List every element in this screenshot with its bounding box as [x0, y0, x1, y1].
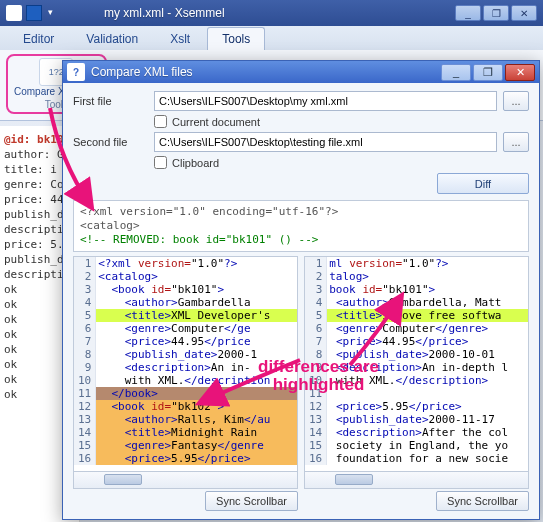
- tab-tools[interactable]: Tools: [207, 27, 265, 50]
- code-line[interactable]: <genre>Fantasy</genre: [96, 439, 297, 452]
- minimize-button[interactable]: _: [455, 5, 481, 21]
- left-pane: 12345678910111213141516 <?xml version="1…: [73, 256, 298, 511]
- code-line[interactable]: <description>An in-: [96, 361, 297, 374]
- right-pane: 12345678910111213141516 ml version="1.0"…: [304, 256, 529, 511]
- first-file-label: First file: [73, 95, 148, 107]
- diff-button[interactable]: Diff: [437, 173, 529, 194]
- dialog-maximize-button[interactable]: ❐: [473, 64, 503, 81]
- code-line[interactable]: </book>: [96, 387, 297, 400]
- code-line[interactable]: <description>An in-depth l: [327, 361, 528, 374]
- first-file-browse-button[interactable]: ...: [503, 91, 529, 111]
- dialog-title-bar[interactable]: ? Compare XML files _ ❐ ✕: [63, 61, 539, 83]
- doc-icon: [6, 5, 22, 21]
- code-line[interactable]: <book id="bk101">: [96, 283, 297, 296]
- code-line[interactable]: with XML.</description: [96, 374, 297, 387]
- tab-validation[interactable]: Validation: [71, 27, 153, 50]
- ribbon-tabs: EditorValidationXsltTools: [0, 26, 543, 50]
- dialog-close-button[interactable]: ✕: [505, 64, 535, 81]
- right-hscrollbar[interactable]: [304, 472, 529, 489]
- dialog-title: Compare XML files: [91, 65, 193, 79]
- title-bar: ▾ my xml.xml - Xsemmel _ ❐ ✕: [0, 0, 543, 26]
- code-line[interactable]: <title>i love free softwa: [327, 309, 528, 322]
- tab-editor[interactable]: Editor: [8, 27, 69, 50]
- code-line[interactable]: book id="bk101">: [327, 283, 528, 296]
- left-sync-scrollbar-button[interactable]: Sync Scrollbar: [205, 491, 298, 511]
- code-line[interactable]: <title>XML Developer's: [96, 309, 297, 322]
- code-line[interactable]: <author>Ralls, Kim</au: [96, 413, 297, 426]
- code-line[interactable]: [327, 387, 528, 400]
- current-document-label: Current document: [172, 116, 260, 128]
- code-line[interactable]: with XML.</description>: [327, 374, 528, 387]
- second-file-label: Second file: [73, 136, 148, 148]
- code-line[interactable]: ml version="1.0"?>: [327, 257, 528, 270]
- clipboard-checkbox[interactable]: [154, 156, 167, 169]
- dialog-body: First file ... Current document Second f…: [63, 83, 539, 519]
- code-line[interactable]: <price>5.95</price>: [96, 452, 297, 465]
- maximize-button[interactable]: ❐: [483, 5, 509, 21]
- code-line[interactable]: <description>After the col: [327, 426, 528, 439]
- code-line[interactable]: <author>Gambardella, Matt: [327, 296, 528, 309]
- window-title: my xml.xml - Xsemmel: [104, 6, 225, 20]
- second-file-browse-button[interactable]: ...: [503, 132, 529, 152]
- left-code-view[interactable]: 12345678910111213141516 <?xml version="1…: [73, 256, 298, 472]
- dialog-minimize-button[interactable]: _: [441, 64, 471, 81]
- code-line[interactable]: <catalog>: [96, 270, 297, 283]
- code-line[interactable]: <publish_date>2000-1: [96, 348, 297, 361]
- code-line[interactable]: talog>: [327, 270, 528, 283]
- tab-xslt[interactable]: Xslt: [155, 27, 205, 50]
- code-line[interactable]: <?xml version="1.0"?>: [96, 257, 297, 270]
- code-line[interactable]: <genre>Computer</genre>: [327, 322, 528, 335]
- code-line[interactable]: <book id="bk102">: [96, 400, 297, 413]
- clipboard-label: Clipboard: [172, 157, 219, 169]
- first-file-input[interactable]: [154, 91, 497, 111]
- code-line[interactable]: <author>Gambardella: [96, 296, 297, 309]
- code-line[interactable]: society in England, the yo: [327, 439, 528, 452]
- code-line[interactable]: <publish_date>2000-11-17: [327, 413, 528, 426]
- code-line[interactable]: <price>44.95</price>: [327, 335, 528, 348]
- left-hscrollbar[interactable]: [73, 472, 298, 489]
- diff-header-line: <catalog>: [80, 219, 522, 233]
- close-button[interactable]: ✕: [511, 5, 537, 21]
- diff-header: <?xml version="1.0" encoding="utf-16"?> …: [73, 200, 529, 252]
- save-icon[interactable]: [26, 5, 42, 21]
- current-document-checkbox[interactable]: [154, 115, 167, 128]
- dialog-icon: ?: [67, 63, 85, 81]
- diff-header-line: <!-- REMOVED: book id="bk101" () -->: [80, 233, 522, 247]
- compare-dialog: ? Compare XML files _ ❐ ✕ First file ...…: [62, 60, 540, 520]
- diff-header-line: <?xml version="1.0" encoding="utf-16"?>: [80, 205, 522, 219]
- code-line[interactable]: <publish_date>2000-10-01: [327, 348, 528, 361]
- qat-dropdown-icon[interactable]: ▾: [48, 7, 60, 19]
- second-file-input[interactable]: [154, 132, 497, 152]
- code-line[interactable]: foundation for a new socie: [327, 452, 528, 465]
- right-code-view[interactable]: 12345678910111213141516 ml version="1.0"…: [304, 256, 529, 472]
- code-line[interactable]: <price>5.95</price>: [327, 400, 528, 413]
- code-line[interactable]: <title>Midnight Rain: [96, 426, 297, 439]
- right-sync-scrollbar-button[interactable]: Sync Scrollbar: [436, 491, 529, 511]
- code-line[interactable]: <price>44.95</price: [96, 335, 297, 348]
- code-line[interactable]: <genre>Computer</ge: [96, 322, 297, 335]
- app-window: ▾ my xml.xml - Xsemmel _ ❐ ✕ EditorValid…: [0, 0, 543, 522]
